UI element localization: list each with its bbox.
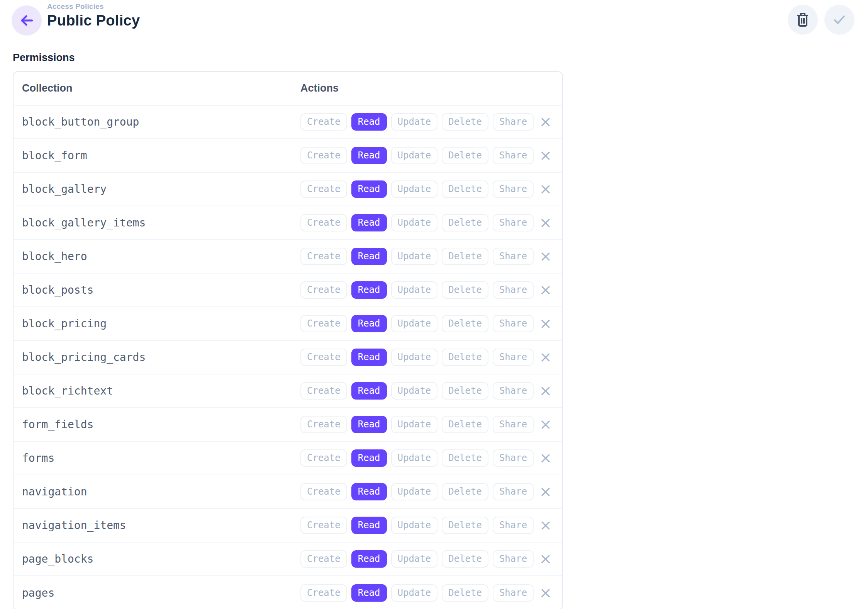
action-delete-toggle[interactable]: Delete [442, 449, 488, 467]
action-create-toggle[interactable]: Create [300, 315, 347, 332]
action-share-toggle[interactable]: Share [493, 382, 534, 400]
action-update-toggle[interactable]: Update [391, 214, 438, 231]
action-create-toggle[interactable]: Create [300, 550, 347, 568]
action-update-toggle[interactable]: Update [391, 315, 438, 332]
action-delete-toggle[interactable]: Delete [442, 113, 488, 131]
action-update-toggle[interactable]: Update [391, 584, 438, 602]
action-delete-toggle[interactable]: Delete [442, 281, 488, 299]
action-create-toggle[interactable]: Create [300, 584, 347, 602]
action-share-toggle[interactable]: Share [493, 349, 534, 366]
action-read-toggle[interactable]: Read [351, 517, 387, 534]
action-read-toggle[interactable]: Read [351, 550, 387, 568]
action-read-toggle[interactable]: Read [351, 584, 387, 602]
action-create-toggle[interactable]: Create [300, 113, 347, 131]
action-create-toggle[interactable]: Create [300, 517, 347, 534]
action-delete-toggle[interactable]: Delete [442, 382, 488, 400]
action-read-toggle[interactable]: Read [351, 483, 387, 500]
action-create-toggle[interactable]: Create [300, 349, 347, 366]
remove-permission-button[interactable] [538, 148, 553, 163]
remove-permission-button[interactable] [538, 350, 553, 365]
action-update-toggle[interactable]: Update [391, 180, 438, 198]
action-update-toggle[interactable]: Update [391, 517, 438, 534]
action-delete-toggle[interactable]: Delete [442, 180, 488, 198]
save-button[interactable] [824, 5, 854, 35]
action-delete-toggle[interactable]: Delete [442, 584, 488, 602]
remove-permission-button[interactable] [538, 518, 553, 533]
action-update-toggle[interactable]: Update [391, 281, 438, 299]
remove-permission-button[interactable] [538, 316, 553, 332]
action-read-toggle[interactable]: Read [351, 382, 387, 400]
action-delete-toggle[interactable]: Delete [442, 483, 488, 500]
remove-permission-button[interactable] [538, 383, 553, 399]
action-share-toggle[interactable]: Share [493, 214, 534, 231]
delete-policy-button[interactable] [788, 5, 818, 35]
action-share-toggle[interactable]: Share [493, 449, 534, 467]
remove-permission-button[interactable] [538, 215, 553, 231]
action-read-toggle[interactable]: Read [351, 281, 387, 299]
action-update-toggle[interactable]: Update [391, 382, 438, 400]
remove-permission-button[interactable] [538, 417, 553, 432]
remove-permission-button[interactable] [538, 484, 553, 500]
remove-permission-button[interactable] [538, 585, 553, 601]
action-delete-toggle[interactable]: Delete [442, 550, 488, 568]
back-button[interactable] [12, 5, 42, 36]
action-read-toggle[interactable]: Read [351, 349, 387, 366]
action-share-toggle[interactable]: Share [493, 584, 534, 602]
remove-permission-button[interactable] [538, 249, 553, 264]
action-update-toggle[interactable]: Update [391, 416, 438, 433]
header-actions [788, 5, 854, 35]
action-update-toggle[interactable]: Update [391, 550, 438, 568]
remove-permission-button[interactable] [538, 182, 553, 197]
action-delete-toggle[interactable]: Delete [442, 147, 488, 164]
remove-permission-button[interactable] [538, 451, 553, 466]
action-delete-toggle[interactable]: Delete [442, 416, 488, 433]
action-share-toggle[interactable]: Share [493, 113, 534, 131]
action-read-toggle[interactable]: Read [351, 315, 387, 332]
action-delete-toggle[interactable]: Delete [442, 517, 488, 534]
action-share-toggle[interactable]: Share [493, 248, 534, 265]
breadcrumb[interactable]: Access Policies [47, 2, 140, 11]
remove-permission-button[interactable] [538, 114, 553, 130]
action-create-toggle[interactable]: Create [300, 483, 347, 500]
action-read-toggle[interactable]: Read [351, 449, 387, 467]
action-delete-toggle[interactable]: Delete [442, 248, 488, 265]
action-create-toggle[interactable]: Create [300, 180, 347, 198]
action-read-toggle[interactable]: Read [351, 214, 387, 231]
action-update-toggle[interactable]: Update [391, 248, 438, 265]
action-read-toggle[interactable]: Read [351, 113, 387, 131]
action-update-toggle[interactable]: Update [391, 147, 438, 164]
action-share-toggle[interactable]: Share [493, 517, 534, 534]
action-create-toggle[interactable]: Create [300, 147, 347, 164]
action-read-toggle[interactable]: Read [351, 180, 387, 198]
action-share-toggle[interactable]: Share [493, 180, 534, 198]
remove-permission-button[interactable] [538, 282, 553, 298]
action-share-toggle[interactable]: Share [493, 315, 534, 332]
remove-permission-button[interactable] [538, 551, 553, 567]
action-share-toggle[interactable]: Share [493, 483, 534, 500]
action-read-toggle[interactable]: Read [351, 248, 387, 265]
permissions-section-label: Permissions [13, 52, 75, 64]
action-update-toggle[interactable]: Update [391, 349, 438, 366]
collection-name: block_gallery [14, 183, 300, 196]
action-create-toggle[interactable]: Create [300, 248, 347, 265]
action-create-toggle[interactable]: Create [300, 382, 347, 400]
action-share-toggle[interactable]: Share [493, 281, 534, 299]
actions-cell: CreateReadUpdateDeleteShare [300, 349, 563, 366]
collection-name: block_richtext [14, 384, 300, 397]
action-read-toggle[interactable]: Read [351, 416, 387, 433]
action-update-toggle[interactable]: Update [391, 483, 438, 500]
action-update-toggle[interactable]: Update [391, 113, 438, 131]
action-delete-toggle[interactable]: Delete [442, 349, 488, 366]
action-create-toggle[interactable]: Create [300, 416, 347, 433]
action-create-toggle[interactable]: Create [300, 449, 347, 467]
action-update-toggle[interactable]: Update [391, 449, 438, 467]
action-share-toggle[interactable]: Share [493, 416, 534, 433]
action-delete-toggle[interactable]: Delete [442, 315, 488, 332]
action-share-toggle[interactable]: Share [493, 147, 534, 164]
action-create-toggle[interactable]: Create [300, 214, 347, 231]
action-create-toggle[interactable]: Create [300, 281, 347, 299]
action-delete-toggle[interactable]: Delete [442, 214, 488, 231]
action-share-toggle[interactable]: Share [493, 550, 534, 568]
action-read-toggle[interactable]: Read [351, 147, 387, 164]
close-icon [538, 216, 553, 230]
